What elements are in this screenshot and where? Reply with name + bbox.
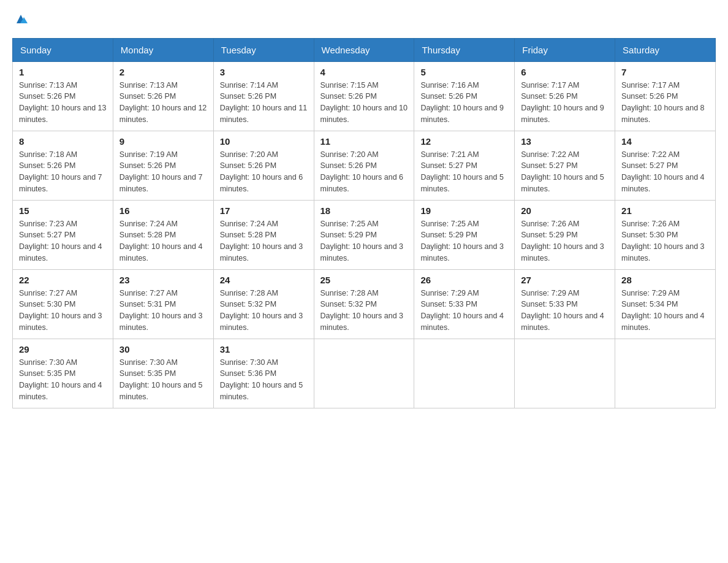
header-saturday: Saturday [615,38,716,61]
calendar-week-row: 8Sunrise: 7:18 AMSunset: 5:26 PMDaylight… [13,131,716,200]
calendar-cell: 23Sunrise: 7:27 AMSunset: 5:31 PMDayligh… [113,269,213,339]
calendar-cell: 29Sunrise: 7:30 AMSunset: 5:35 PMDayligh… [13,339,113,408]
day-info: Sunrise: 7:27 AMSunset: 5:31 PMDaylight:… [119,288,207,334]
day-info: Sunrise: 7:28 AMSunset: 5:32 PMDaylight:… [320,288,408,334]
calendar-cell: 3Sunrise: 7:14 AMSunset: 5:26 PMDaylight… [213,61,314,131]
day-info: Sunrise: 7:28 AMSunset: 5:32 PMDaylight:… [220,288,308,334]
page-header [12,12,716,28]
logo-triangle-icon [14,12,28,26]
header-thursday: Thursday [414,38,515,61]
calendar-week-row: 1Sunrise: 7:13 AMSunset: 5:26 PMDaylight… [13,61,716,131]
day-number: 8 [19,136,107,147]
day-info: Sunrise: 7:30 AMSunset: 5:35 PMDaylight:… [19,357,107,403]
day-info: Sunrise: 7:30 AMSunset: 5:36 PMDaylight:… [220,357,308,403]
day-number: 13 [521,136,609,147]
calendar-cell: 16Sunrise: 7:24 AMSunset: 5:28 PMDayligh… [113,200,213,269]
day-info: Sunrise: 7:18 AMSunset: 5:26 PMDaylight:… [19,149,107,195]
day-info: Sunrise: 7:19 AMSunset: 5:26 PMDaylight:… [119,149,207,195]
day-info: Sunrise: 7:27 AMSunset: 5:30 PMDaylight:… [19,288,107,334]
day-number: 7 [621,67,709,77]
day-number: 24 [220,275,308,285]
day-number: 18 [320,205,408,216]
calendar-week-row: 22Sunrise: 7:27 AMSunset: 5:30 PMDayligh… [13,269,716,339]
calendar-cell: 4Sunrise: 7:15 AMSunset: 5:26 PMDaylight… [314,61,414,131]
day-number: 16 [119,205,207,216]
day-number: 23 [119,275,207,285]
day-number: 29 [19,344,107,354]
day-number: 28 [621,275,709,285]
calendar-week-row: 15Sunrise: 7:23 AMSunset: 5:27 PMDayligh… [13,200,716,269]
day-number: 19 [420,205,508,216]
day-number: 25 [320,275,408,285]
calendar-header-row: SundayMondayTuesdayWednesdayThursdayFrid… [13,38,716,61]
calendar-cell: 8Sunrise: 7:18 AMSunset: 5:26 PMDaylight… [13,131,113,200]
day-info: Sunrise: 7:29 AMSunset: 5:34 PMDaylight:… [621,288,709,334]
calendar-cell: 10Sunrise: 7:20 AMSunset: 5:26 PMDayligh… [213,131,314,200]
header-sunday: Sunday [13,38,113,61]
calendar-cell: 24Sunrise: 7:28 AMSunset: 5:32 PMDayligh… [213,269,314,339]
calendar-cell: 5Sunrise: 7:16 AMSunset: 5:26 PMDaylight… [414,61,515,131]
calendar-cell: 12Sunrise: 7:21 AMSunset: 5:27 PMDayligh… [414,131,515,200]
calendar-cell: 20Sunrise: 7:26 AMSunset: 5:29 PMDayligh… [515,200,615,269]
day-number: 15 [19,205,107,216]
calendar-cell: 19Sunrise: 7:25 AMSunset: 5:29 PMDayligh… [414,200,515,269]
logo [12,12,28,28]
calendar-cell [414,339,515,408]
day-info: Sunrise: 7:16 AMSunset: 5:26 PMDaylight:… [420,80,508,126]
calendar-cell: 7Sunrise: 7:17 AMSunset: 5:26 PMDaylight… [615,61,716,131]
calendar-cell: 2Sunrise: 7:13 AMSunset: 5:26 PMDaylight… [113,61,213,131]
day-number: 27 [521,275,609,285]
day-info: Sunrise: 7:29 AMSunset: 5:33 PMDaylight:… [521,288,609,334]
calendar-table: SundayMondayTuesdayWednesdayThursdayFrid… [12,38,716,408]
day-info: Sunrise: 7:13 AMSunset: 5:26 PMDaylight:… [119,80,207,126]
calendar-cell: 1Sunrise: 7:13 AMSunset: 5:26 PMDaylight… [13,61,113,131]
calendar-cell: 28Sunrise: 7:29 AMSunset: 5:34 PMDayligh… [615,269,716,339]
day-info: Sunrise: 7:20 AMSunset: 5:26 PMDaylight:… [320,149,408,195]
calendar-cell [314,339,414,408]
day-info: Sunrise: 7:26 AMSunset: 5:29 PMDaylight:… [521,218,609,264]
day-number: 4 [320,67,408,77]
calendar-cell: 25Sunrise: 7:28 AMSunset: 5:32 PMDayligh… [314,269,414,339]
day-info: Sunrise: 7:24 AMSunset: 5:28 PMDaylight:… [220,218,308,264]
header-tuesday: Tuesday [213,38,314,61]
calendar-cell: 18Sunrise: 7:25 AMSunset: 5:29 PMDayligh… [314,200,414,269]
day-number: 12 [420,136,508,147]
header-wednesday: Wednesday [314,38,414,61]
day-info: Sunrise: 7:22 AMSunset: 5:27 PMDaylight:… [621,149,709,195]
day-number: 1 [19,67,107,77]
day-info: Sunrise: 7:30 AMSunset: 5:35 PMDaylight:… [119,357,207,403]
day-number: 2 [119,67,207,77]
calendar-cell [615,339,716,408]
day-number: 20 [521,205,609,216]
day-number: 10 [220,136,308,147]
day-info: Sunrise: 7:17 AMSunset: 5:26 PMDaylight:… [521,80,609,126]
day-info: Sunrise: 7:26 AMSunset: 5:30 PMDaylight:… [621,218,709,264]
day-number: 17 [220,205,308,216]
day-number: 3 [220,67,308,77]
calendar-cell: 15Sunrise: 7:23 AMSunset: 5:27 PMDayligh… [13,200,113,269]
day-info: Sunrise: 7:13 AMSunset: 5:26 PMDaylight:… [19,80,107,126]
day-number: 22 [19,275,107,285]
day-number: 5 [420,67,508,77]
calendar-cell: 26Sunrise: 7:29 AMSunset: 5:33 PMDayligh… [414,269,515,339]
calendar-cell: 30Sunrise: 7:30 AMSunset: 5:35 PMDayligh… [113,339,213,408]
calendar-cell: 14Sunrise: 7:22 AMSunset: 5:27 PMDayligh… [615,131,716,200]
day-info: Sunrise: 7:23 AMSunset: 5:27 PMDaylight:… [19,218,107,264]
day-number: 21 [621,205,709,216]
day-info: Sunrise: 7:25 AMSunset: 5:29 PMDaylight:… [420,218,508,264]
calendar-cell: 17Sunrise: 7:24 AMSunset: 5:28 PMDayligh… [213,200,314,269]
day-info: Sunrise: 7:20 AMSunset: 5:26 PMDaylight:… [220,149,308,195]
day-number: 26 [420,275,508,285]
calendar-cell: 13Sunrise: 7:22 AMSunset: 5:27 PMDayligh… [515,131,615,200]
calendar-week-row: 29Sunrise: 7:30 AMSunset: 5:35 PMDayligh… [13,339,716,408]
day-info: Sunrise: 7:29 AMSunset: 5:33 PMDaylight:… [420,288,508,334]
day-number: 30 [119,344,207,354]
calendar-cell: 9Sunrise: 7:19 AMSunset: 5:26 PMDaylight… [113,131,213,200]
day-info: Sunrise: 7:14 AMSunset: 5:26 PMDaylight:… [220,80,308,126]
calendar-cell: 6Sunrise: 7:17 AMSunset: 5:26 PMDaylight… [515,61,615,131]
calendar-cell: 27Sunrise: 7:29 AMSunset: 5:33 PMDayligh… [515,269,615,339]
calendar-cell [515,339,615,408]
day-number: 14 [621,136,709,147]
day-info: Sunrise: 7:22 AMSunset: 5:27 PMDaylight:… [521,149,609,195]
day-info: Sunrise: 7:17 AMSunset: 5:26 PMDaylight:… [621,80,709,126]
